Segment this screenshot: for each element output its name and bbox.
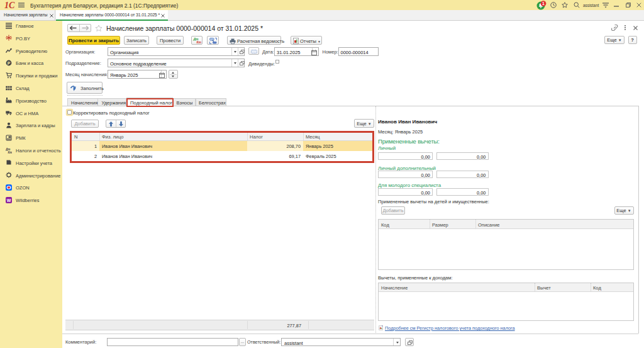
- svg-text:W: W: [7, 198, 11, 202]
- svg-text:1С: 1С: [4, 1, 15, 9]
- svg-text:1: 1: [542, 1, 545, 6]
- svg-text:Р: Р: [8, 60, 11, 65]
- svg-text:Кт: Кт: [8, 150, 13, 154]
